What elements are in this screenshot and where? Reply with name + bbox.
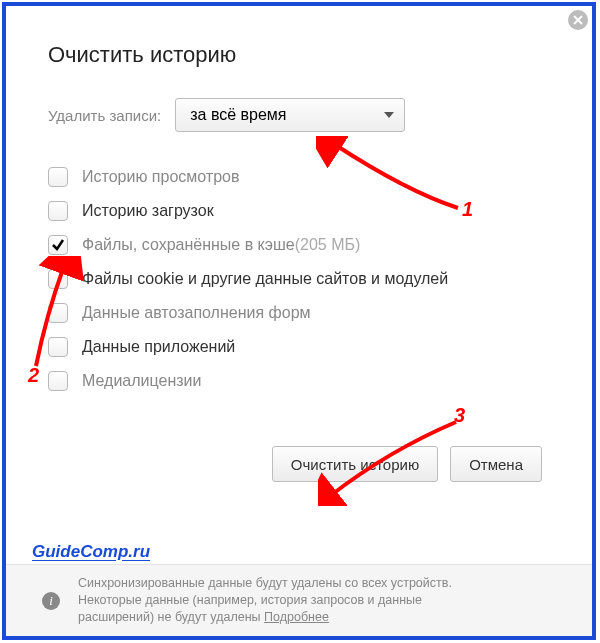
footer-text: Синхронизированные данные будут удалены … [78,575,452,626]
chevron-down-icon [384,112,394,118]
option-row: Файлы, сохранённые в кэше (205 МБ) [48,228,550,262]
option-checkbox[interactable] [48,167,68,187]
option-row: Файлы cookie и другие данные сайтов и мо… [48,262,550,296]
cancel-button-label: Отмена [469,456,523,473]
close-icon [573,15,583,25]
dialog-title: Очистить историю [48,42,550,68]
annotation-number-2: 2 [28,364,39,387]
cancel-button[interactable]: Отмена [450,446,542,482]
check-icon [51,238,65,252]
option-label: Файлы, сохранённые в кэше [82,236,295,254]
annotation-number-1: 1 [462,198,473,221]
option-checkbox[interactable] [48,269,68,289]
time-range-value: за всё время [190,106,286,124]
option-label: Медиалицензии [82,372,201,390]
footer-more-link[interactable]: Подробнее [264,610,329,624]
range-label: Удалить записи: [48,107,161,124]
option-label: Данные приложений [82,338,235,356]
option-checkbox[interactable] [48,337,68,357]
footer-note: i Синхронизированные данные будут удален… [6,564,592,636]
option-row: Историю просмотров [48,160,550,194]
clear-button-label: Очистить историю [291,456,419,473]
option-checkbox[interactable] [48,201,68,221]
annotation-number-3: 3 [454,404,465,427]
option-checkbox[interactable] [48,371,68,391]
option-label: Файлы cookie и другие данные сайтов и мо… [82,270,448,288]
option-checkbox[interactable] [48,235,68,255]
option-row: Историю загрузок [48,194,550,228]
option-row: Медиалицензии [48,364,550,398]
option-row: Данные приложений [48,330,550,364]
time-range-select[interactable]: за всё время [175,98,405,132]
option-label: Данные автозаполнения форм [82,304,311,322]
option-checkbox[interactable] [48,303,68,323]
watermark-link[interactable]: GuideComp.ru [32,542,150,562]
option-label: Историю загрузок [82,202,214,220]
close-button[interactable] [568,10,588,30]
info-icon: i [42,592,60,610]
option-row: Данные автозаполнения форм [48,296,550,330]
clear-history-button[interactable]: Очистить историю [272,446,438,482]
option-sublabel: (205 МБ) [295,236,361,254]
option-label: Историю просмотров [82,168,239,186]
